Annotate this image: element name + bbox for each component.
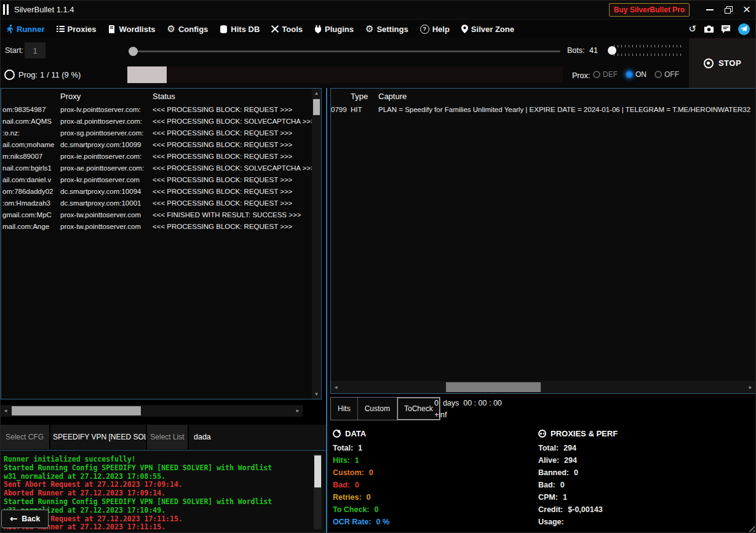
tab-custom[interactable]: Custom [358, 398, 397, 420]
stat-value: 0 [355, 481, 359, 489]
select-cfg-button[interactable]: Select CFG [0, 425, 49, 449]
prox-radio-on[interactable]: ON [626, 70, 647, 79]
scrollbar-thumb[interactable] [314, 455, 321, 487]
menu-item-silver-zone[interactable]: Silver Zone [461, 25, 514, 34]
select-list-button[interactable]: Select List [147, 425, 188, 449]
scroll-down-icon[interactable]: ▼ [312, 390, 321, 399]
stat-value: 294 [564, 456, 577, 465]
scroll-left-icon[interactable]: ◄ [1, 408, 10, 414]
menu-item-wordlists[interactable]: Wordlists [108, 25, 155, 34]
log-panel: Runner initialized succesfully! Started … [0, 450, 326, 533]
close-button[interactable]: × [738, 0, 756, 20]
radio-icon [593, 71, 600, 78]
hits-tabs-row: Hits Custom ToCheck 0 days 00 : 00 : 00 … [330, 397, 756, 423]
data-cell: om:98354987 [1, 106, 58, 113]
menu-item-proxies[interactable]: Proxies [57, 25, 97, 34]
table-row[interactable]: :o.nz: prox-sg.pointtoserver.com: <<< PR… [1, 127, 312, 138]
menu-item-plugins[interactable]: Plugins [314, 25, 354, 34]
proxy-cell: dc.smartproxy.com:10094 [58, 188, 151, 195]
scrollbar-thumb[interactable] [12, 406, 141, 415]
stat-label: Total: [538, 444, 559, 452]
table-row[interactable]: nail.com:AQMS prox-at.pointtoserver.com:… [1, 115, 312, 127]
tab-tocheck[interactable]: ToCheck [397, 398, 440, 420]
tab-hits[interactable]: Hits [331, 398, 358, 420]
table-row[interactable]: om:786daddy02 dc.smartproxy.com:10094 <<… [1, 185, 312, 197]
history-icon[interactable]: ↺ [688, 25, 696, 34]
scroll-right-icon[interactable]: ► [293, 408, 303, 414]
position-slider[interactable] [129, 50, 560, 52]
proxies-list-icon [57, 25, 65, 33]
tools-icon [271, 25, 279, 33]
stat-value: 0 [367, 493, 371, 502]
log-line: Sent Abort Request at 27.12.2023 17:11:1… [4, 515, 310, 524]
log-line: Started Running Config SPEEDIFY VPN [NEE… [4, 498, 310, 507]
status-cell: <<< PROCESSING BLOCK: REQUEST >>> [151, 176, 312, 183]
stat-row: CPM: 1 [538, 491, 618, 503]
table-row[interactable]: ail.com;mohame dc.smartproxy.com:10099 <… [1, 138, 312, 150]
menu-item-help[interactable]: ? Help [420, 25, 450, 34]
back-button[interactable]: ← Back [1, 510, 49, 528]
stop-button[interactable]: STOP [689, 38, 756, 88]
bots-slider-thumb[interactable] [608, 46, 616, 55]
capture-panel: Type Capture 0799 HIT PLAN = Speedify fo… [330, 88, 756, 394]
stat-value: 0 [375, 505, 379, 514]
telegram-icon[interactable] [738, 23, 750, 35]
menu-item-tools[interactable]: Tools [271, 25, 303, 34]
start-label: Start: [5, 46, 23, 55]
data-cell: gmail.com:MpC [1, 211, 58, 218]
prox-radio-off[interactable]: OFF [655, 70, 679, 79]
results-horizontal-scrollbar[interactable]: ◄ ► [1, 405, 303, 417]
position-slider-thumb[interactable] [129, 47, 138, 56]
menu-item-runner[interactable]: Runner [6, 25, 45, 34]
id-cell: 0799 [331, 106, 351, 113]
table-row[interactable]: mail.com:Ange prox-tw.pointtoserver.com … [1, 220, 312, 232]
capture-row[interactable]: 0799 HIT PLAN = Speedify for Families Un… [331, 103, 755, 115]
scroll-left-icon[interactable]: ◄ [331, 385, 341, 390]
proxy-column-header: Proxy [58, 92, 151, 101]
table-row[interactable]: om:98354987 prox-lv.pointtoserver.com: <… [1, 103, 312, 115]
log-scrollbar[interactable] [314, 454, 322, 529]
buy-pro-button[interactable]: Buy SilverBullet Pro [609, 3, 690, 17]
table-row[interactable]: ail.com:daniel.v prox-kr.pointtoserver.c… [1, 174, 312, 185]
table-row[interactable]: :om:Hmadzah3 dc.smartproxy.com:10001 <<<… [1, 197, 312, 209]
stat-label: To Check: [333, 505, 370, 514]
stat-row: Total: 294 [538, 442, 618, 454]
proxy-cell: prox-sg.pointtoserver.com: [58, 129, 151, 137]
scrollbar-thumb[interactable] [446, 382, 541, 392]
prox-radio-def[interactable]: DEF [593, 70, 618, 79]
table-row[interactable]: m:niks89007 prox-ie.pointtoserver.com: <… [1, 150, 312, 162]
proxies-perf-stats: PROXIES & PERF Total: 294 Alive: 294 Ban… [538, 428, 618, 528]
stat-value: $-0,00143 [568, 505, 602, 514]
database-icon [220, 25, 228, 33]
progress-label: Prog: 1 / 11 (9 %) [18, 70, 81, 79]
minimize-icon [706, 9, 714, 10]
wordlist-name-field[interactable]: dada [189, 425, 326, 449]
maximize-button[interactable] [719, 0, 738, 20]
scroll-up-icon[interactable]: ▲ [312, 89, 321, 98]
table-row[interactable]: nail.com:bgirls1 prox-ae.pointtoserver.c… [1, 162, 312, 174]
bots-slider[interactable] [607, 45, 683, 56]
data-icon [333, 430, 341, 438]
stats-section: DATA Total: 1 Hits: 1 Custom: 0 [330, 425, 756, 533]
start-input[interactable] [25, 42, 46, 58]
status-column-header: Status [151, 92, 321, 101]
elapsed-timer: 0 days 00 : 00 : 00 [434, 399, 502, 407]
minimize-button[interactable] [701, 0, 719, 20]
scroll-right-icon[interactable]: ► [746, 385, 755, 390]
config-name-field[interactable]: SPEEDIFY VPN [NEED SOLVER [50, 425, 146, 449]
proxies-perf-header: PROXIES & PERF [538, 428, 618, 439]
camera-icon[interactable] [704, 25, 714, 33]
menu-item-configs[interactable]: ⚙ Configs [167, 25, 208, 34]
stat-label: Alive: [538, 456, 559, 465]
restore-icon [725, 6, 733, 14]
results-vertical-scrollbar[interactable]: ▲ ▼ [312, 89, 321, 399]
capture-horizontal-scrollbar[interactable]: ◄ ► [331, 381, 755, 393]
menu-item-settings[interactable]: ⚙ Settings [365, 25, 408, 34]
capture-rows: 0799 HIT PLAN = Speedify for Families Un… [331, 103, 755, 381]
menu-item-hits-db[interactable]: Hits DB [220, 25, 260, 34]
results-panel: Proxy Status om:98354987 prox-lv.pointto… [1, 88, 322, 399]
table-row[interactable]: gmail.com:MpC prox-tw.pointtoserver.com … [1, 209, 312, 220]
scrollbar-thumb[interactable] [313, 99, 320, 115]
chat-icon[interactable] [722, 25, 730, 33]
stat-value: 1 [563, 493, 567, 502]
